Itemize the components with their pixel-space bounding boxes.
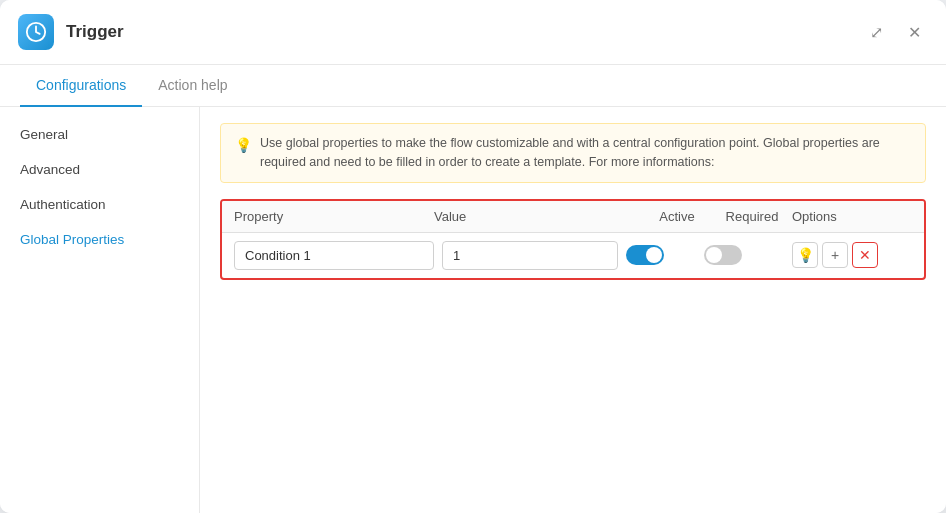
properties-table: Property Value Active Required Options	[220, 199, 926, 280]
maximize-button[interactable]: ⤢	[862, 18, 890, 46]
table-header: Property Value Active Required Options	[222, 201, 924, 233]
sidebar-item-authentication[interactable]: Authentication	[0, 187, 199, 222]
active-toggle[interactable]	[626, 245, 664, 265]
add-option-icon: +	[831, 247, 839, 263]
info-banner: 💡 Use global properties to make the flow…	[220, 123, 926, 183]
info-banner-text: Use global properties to make the flow c…	[260, 134, 911, 172]
main-content: 💡 Use global properties to make the flow…	[200, 107, 946, 513]
close-button[interactable]: ✕	[900, 18, 928, 46]
clock-icon	[25, 21, 47, 43]
table-row: 💡 + ✕	[222, 233, 924, 278]
required-toggle[interactable]	[704, 245, 742, 265]
window-title: Trigger	[66, 22, 124, 42]
delete-option-icon: ✕	[859, 247, 871, 263]
sidebar: General Advanced Authentication Global P…	[0, 107, 200, 513]
tab-action-help[interactable]: Action help	[142, 65, 243, 107]
main-window: Trigger ⤢ ✕ Configurations Action help G…	[0, 0, 946, 513]
info-option-icon: 💡	[797, 247, 814, 263]
sidebar-item-advanced[interactable]: Advanced	[0, 152, 199, 187]
titlebar-left: Trigger	[18, 14, 124, 50]
titlebar-controls: ⤢ ✕	[862, 18, 928, 46]
tab-configurations[interactable]: Configurations	[20, 65, 142, 107]
titlebar: Trigger ⤢ ✕	[0, 0, 946, 65]
content-area: General Advanced Authentication Global P…	[0, 107, 946, 513]
info-option-button[interactable]: 💡	[792, 242, 818, 268]
delete-option-button[interactable]: ✕	[852, 242, 878, 268]
main-wrapper: Configurations Action help General Advan…	[0, 65, 946, 513]
header-options: Options	[792, 209, 912, 224]
add-option-button[interactable]: +	[822, 242, 848, 268]
header-required: Required	[712, 209, 792, 224]
value-input[interactable]	[442, 241, 618, 270]
header-value: Value	[434, 209, 642, 224]
header-active: Active	[642, 209, 712, 224]
active-cell	[626, 245, 696, 265]
tab-bar: Configurations Action help	[0, 65, 946, 107]
property-input[interactable]	[234, 241, 434, 270]
required-cell	[704, 245, 784, 265]
info-bulb-icon: 💡	[235, 135, 252, 156]
sidebar-item-general[interactable]: General	[0, 117, 199, 152]
options-cell: 💡 + ✕	[792, 242, 912, 268]
header-property: Property	[234, 209, 434, 224]
sidebar-item-global-properties[interactable]: Global Properties	[0, 222, 199, 257]
app-icon	[18, 14, 54, 50]
